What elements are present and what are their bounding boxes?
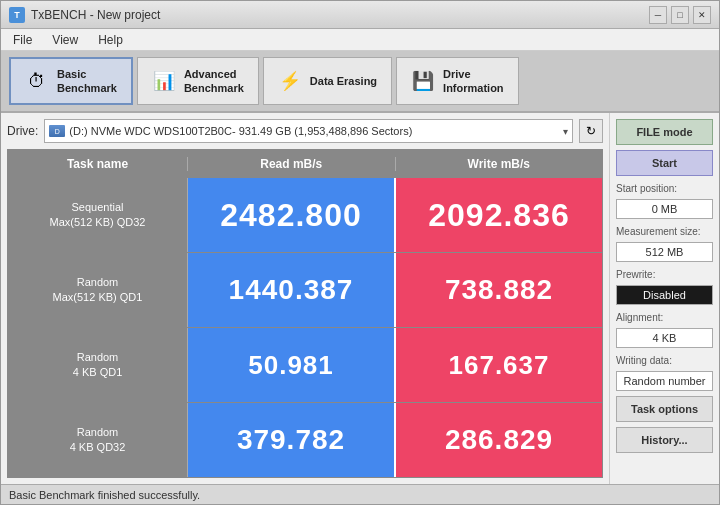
start-position-value: 0 MB bbox=[616, 199, 713, 219]
drive-row: Drive: D (D:) NVMe WDC WDS100T2B0C- 931.… bbox=[7, 119, 603, 143]
drive-small-icon: D bbox=[49, 125, 65, 137]
window-title: TxBENCH - New project bbox=[31, 8, 160, 22]
table-row: Random4 KB QD1 50.981 167.637 bbox=[8, 328, 602, 403]
read-cell-random-4k-qd32: 379.782 bbox=[188, 403, 396, 477]
status-text: Basic Benchmark finished successfully. bbox=[9, 489, 200, 501]
toolbar-advanced-benchmark[interactable]: 📊 AdvancedBenchmark bbox=[137, 57, 259, 105]
task-name-sequential: SequentialMax(512 KB) QD32 bbox=[50, 200, 146, 231]
table-row: Random4 KB QD32 379.782 286.829 bbox=[8, 403, 602, 477]
task-name-random-512: RandomMax(512 KB) QD1 bbox=[53, 275, 143, 306]
alignment-label: Alignment: bbox=[616, 312, 713, 323]
advanced-benchmark-label: AdvancedBenchmark bbox=[184, 67, 244, 96]
content-area: Drive: D (D:) NVMe WDC WDS100T2B0C- 931.… bbox=[1, 113, 719, 484]
write-cell-random-4k-qd1: 167.637 bbox=[396, 328, 602, 402]
prewrite-label: Prewrite: bbox=[616, 269, 713, 280]
measurement-size-label: Measurement size: bbox=[616, 226, 713, 237]
read-value-sequential: 2482.800 bbox=[220, 197, 361, 234]
refresh-button[interactable]: ↻ bbox=[579, 119, 603, 143]
basic-benchmark-icon: ⏱ bbox=[25, 69, 49, 93]
drive-information-icon: 💾 bbox=[411, 69, 435, 93]
task-cell-random-4k-qd32: Random4 KB QD32 bbox=[8, 403, 188, 477]
data-erasing-icon: ⚡ bbox=[278, 69, 302, 93]
header-task-name: Task name bbox=[8, 157, 188, 171]
toolbar-basic-benchmark[interactable]: ⏱ BasicBenchmark bbox=[9, 57, 133, 105]
write-value-sequential: 2092.836 bbox=[428, 197, 569, 234]
prewrite-value: Disabled bbox=[616, 285, 713, 305]
read-cell-sequential: 2482.800 bbox=[188, 178, 396, 252]
main-panel: Drive: D (D:) NVMe WDC WDS100T2B0C- 931.… bbox=[1, 113, 609, 484]
advanced-benchmark-icon: 📊 bbox=[152, 69, 176, 93]
write-value-random-512: 738.882 bbox=[445, 274, 553, 306]
start-position-label: Start position: bbox=[616, 183, 713, 194]
task-cell-random-4k-qd1: Random4 KB QD1 bbox=[8, 328, 188, 402]
menu-help[interactable]: Help bbox=[94, 31, 127, 49]
task-name-random-4k-qd1: Random4 KB QD1 bbox=[73, 350, 123, 381]
status-bar: Basic Benchmark finished successfully. bbox=[1, 484, 719, 504]
write-value-random-4k-qd32: 286.829 bbox=[445, 424, 553, 456]
close-button[interactable]: ✕ bbox=[693, 6, 711, 24]
write-cell-sequential: 2092.836 bbox=[396, 178, 602, 252]
drive-information-label: DriveInformation bbox=[443, 67, 504, 96]
task-options-button[interactable]: Task options bbox=[616, 396, 713, 422]
read-cell-random-512: 1440.387 bbox=[188, 253, 396, 327]
task-name-random-4k-qd32: Random4 KB QD32 bbox=[70, 425, 126, 456]
read-cell-random-4k-qd1: 50.981 bbox=[188, 328, 396, 402]
table-row: RandomMax(512 KB) QD1 1440.387 738.882 bbox=[8, 253, 602, 328]
writing-data-label: Writing data: bbox=[616, 355, 713, 366]
toolbar-data-erasing[interactable]: ⚡ Data Erasing bbox=[263, 57, 392, 105]
dropdown-arrow-icon: ▾ bbox=[563, 126, 568, 137]
minimize-button[interactable]: ─ bbox=[649, 6, 667, 24]
table-row: SequentialMax(512 KB) QD32 2482.800 2092… bbox=[8, 178, 602, 253]
read-value-random-512: 1440.387 bbox=[229, 274, 354, 306]
read-value-random-4k-qd32: 379.782 bbox=[237, 424, 345, 456]
writing-data-value: Random number bbox=[616, 371, 713, 391]
measurement-size-value: 512 MB bbox=[616, 242, 713, 262]
menu-view[interactable]: View bbox=[48, 31, 82, 49]
drive-label: Drive: bbox=[7, 124, 38, 138]
toolbar-drive-information[interactable]: 💾 DriveInformation bbox=[396, 57, 519, 105]
header-write: Write mB/s bbox=[396, 157, 603, 171]
title-bar: T TxBENCH - New project ─ □ ✕ bbox=[1, 1, 719, 29]
read-value-random-4k-qd1: 50.981 bbox=[248, 350, 334, 381]
header-read: Read mB/s bbox=[188, 157, 396, 171]
main-window: T TxBENCH - New project ─ □ ✕ File View … bbox=[0, 0, 720, 505]
history-button[interactable]: History... bbox=[616, 427, 713, 453]
alignment-value: 4 KB bbox=[616, 328, 713, 348]
benchmark-table: Task name Read mB/s Write mB/s Sequentia… bbox=[7, 149, 603, 478]
start-button[interactable]: Start bbox=[616, 150, 713, 176]
table-header: Task name Read mB/s Write mB/s bbox=[8, 150, 602, 178]
maximize-button[interactable]: □ bbox=[671, 6, 689, 24]
app-icon: T bbox=[9, 7, 25, 23]
write-cell-random-4k-qd32: 286.829 bbox=[396, 403, 602, 477]
file-mode-button[interactable]: FILE mode bbox=[616, 119, 713, 145]
write-value-random-4k-qd1: 167.637 bbox=[449, 350, 550, 381]
data-erasing-label: Data Erasing bbox=[310, 74, 377, 88]
drive-value: (D:) NVMe WDC WDS100T2B0C- 931.49 GB (1,… bbox=[69, 125, 412, 137]
menu-file[interactable]: File bbox=[9, 31, 36, 49]
toolbar: ⏱ BasicBenchmark 📊 AdvancedBenchmark ⚡ D… bbox=[1, 51, 719, 113]
side-panel: FILE mode Start Start position: 0 MB Mea… bbox=[609, 113, 719, 484]
window-controls: ─ □ ✕ bbox=[649, 6, 711, 24]
drive-select[interactable]: D (D:) NVMe WDC WDS100T2B0C- 931.49 GB (… bbox=[44, 119, 573, 143]
title-bar-left: T TxBENCH - New project bbox=[9, 7, 160, 23]
write-cell-random-512: 738.882 bbox=[396, 253, 602, 327]
task-cell-random-512: RandomMax(512 KB) QD1 bbox=[8, 253, 188, 327]
menu-bar: File View Help bbox=[1, 29, 719, 51]
basic-benchmark-label: BasicBenchmark bbox=[57, 67, 117, 96]
task-cell-sequential: SequentialMax(512 KB) QD32 bbox=[8, 178, 188, 252]
